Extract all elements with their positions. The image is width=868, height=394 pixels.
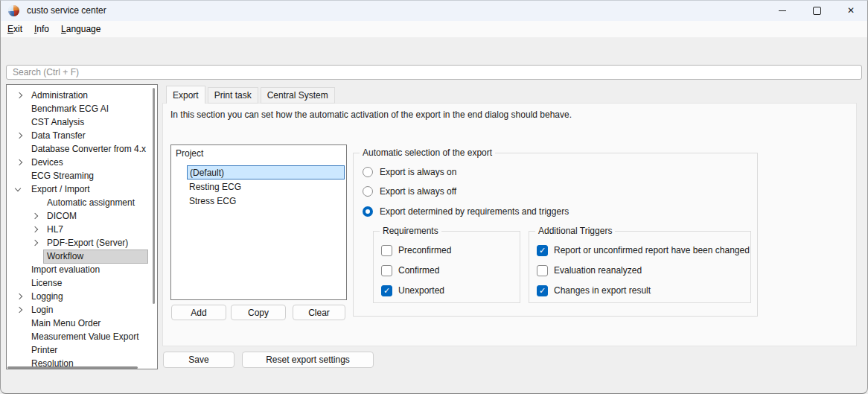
sidebar-item-label: Data Transfer	[28, 130, 89, 142]
chevron-right-icon[interactable]	[32, 226, 38, 232]
list-item-stress-ecg[interactable]: Stress ECG	[187, 194, 345, 208]
sidebar-item-dicom[interactable]: DICOM	[7, 209, 157, 223]
sidebar-item-logging[interactable]: Logging	[7, 290, 157, 303]
sidebar-item-cst-analysis[interactable]: CST Analysis	[7, 115, 157, 129]
sidebar-item-login[interactable]: Login	[7, 303, 157, 317]
checkbox-label: Unexported	[398, 285, 444, 296]
radio-label: Export determined by requirements and tr…	[380, 206, 569, 217]
checkbox-confirmed[interactable]: Confirmed	[381, 264, 439, 276]
sidebar-item-import-evaluation[interactable]: Import evaluation	[7, 263, 157, 276]
checkbox-changes-in-export-result[interactable]: ✓Changes in export result	[537, 285, 651, 296]
chevron-down-icon[interactable]	[15, 185, 21, 191]
checkbox-checked-icon[interactable]: ✓	[537, 285, 548, 296]
checkbox-checked-icon[interactable]: ✓	[381, 285, 392, 296]
additional-triggers-group: Additional Triggers ✓Report or unconfirm…	[529, 231, 751, 303]
chevron-right-icon[interactable]	[32, 240, 38, 246]
sidebar-item-label: Automatic assignment	[44, 197, 138, 209]
project-listbox: Project (Default)Resting ECGStress ECG	[170, 144, 347, 300]
export-selection-group-legend: Automatic selection of the export	[360, 147, 495, 158]
requirements-group-legend: Requirements	[380, 226, 441, 236]
sidebar-item-hl7[interactable]: HL7	[7, 223, 157, 236]
checkbox-report-or-unconfirmed-report-have-been-changed[interactable]: ✓Report or unconfirmed report have been …	[537, 244, 750, 256]
chevron-right-icon[interactable]	[16, 92, 22, 98]
sidebar-item-label: CST Analysis	[28, 116, 87, 129]
reset-export-settings-button[interactable]: Reset export settings	[242, 352, 374, 368]
menu-bar: ExitInfoLanguage	[0, 21, 868, 37]
add-button[interactable]: Add	[171, 305, 226, 320]
requirements-group: Requirements PreconfirmedConfirmed✓Unexp…	[373, 231, 520, 303]
chevron-right-icon[interactable]	[16, 307, 22, 313]
sidebar-item-ecg-streaming[interactable]: ECG Streaming	[7, 169, 157, 182]
checkbox-preconfirmed[interactable]: Preconfirmed	[381, 244, 451, 256]
chevron-right-icon[interactable]	[32, 213, 38, 219]
sidebar-item-label: Logging	[28, 290, 66, 303]
search-input[interactable]	[6, 65, 862, 80]
minimize-button[interactable]	[765, 0, 800, 21]
radio-export-determined-by-requirements-and-triggers[interactable]: Export determined by requirements and tr…	[363, 206, 569, 217]
chevron-right-icon[interactable]	[16, 293, 22, 299]
close-button[interactable]: ✕	[834, 0, 868, 21]
radio-unchecked-icon[interactable]	[363, 186, 373, 197]
radio-checked-icon[interactable]	[363, 206, 373, 217]
sidebar-item-label: Administration	[28, 89, 91, 102]
sidebar-item-license[interactable]: License	[7, 276, 157, 290]
list-item-default[interactable]: (Default)	[187, 165, 345, 179]
sidebar-item-automatic-assignment[interactable]: Automatic assignment	[7, 196, 157, 209]
checkbox-evaluation-reanalyzed[interactable]: Evaluation reanalyzed	[537, 264, 642, 276]
sidebar-item-data-transfer[interactable]: Data Transfer	[7, 129, 157, 142]
sidebar-item-label: ECG Streaming	[28, 170, 97, 182]
chevron-right-icon[interactable]	[16, 133, 22, 139]
clear-button[interactable]: Clear	[293, 305, 345, 320]
sidebar-item-printer[interactable]: Printer	[7, 343, 157, 357]
menu-item-accelerator: E	[7, 24, 13, 34]
menu-item-accelerator: L	[61, 24, 66, 34]
menu-item-label: xit	[13, 24, 22, 34]
checkbox-unchecked-icon[interactable]	[537, 265, 548, 276]
tab-print-task[interactable]: Print task	[208, 87, 258, 104]
sidebar-item-administration[interactable]: Administration	[7, 89, 157, 102]
sidebar-item-label: Database Converter from 4.x	[28, 143, 149, 156]
project-list-label: Project	[176, 148, 203, 159]
checkbox-unchecked-icon[interactable]	[381, 265, 392, 276]
checkbox-unexported[interactable]: ✓Unexported	[381, 285, 444, 296]
checkbox-label: Report or unconfirmed report have been c…	[554, 245, 750, 255]
chevron-slot	[31, 227, 44, 232]
radio-label: Export is always off	[380, 186, 456, 197]
maximize-icon	[813, 7, 821, 15]
sidebar-item-label: Import evaluation	[28, 264, 103, 276]
radio-unchecked-icon[interactable]	[363, 167, 373, 177]
copy-button[interactable]: Copy	[231, 305, 286, 320]
chevron-slot	[16, 294, 28, 299]
sidebar-item-devices[interactable]: Devices	[7, 156, 157, 169]
sidebar-item-label: DICOM	[44, 210, 80, 223]
maximize-button[interactable]	[800, 0, 834, 21]
sidebar-item-pdf-export-server[interactable]: PDF-Export (Server)	[7, 236, 157, 250]
sidebar-item-benchmark-ecg-ai[interactable]: Benchmark ECG AI	[7, 102, 157, 115]
chevron-slot	[16, 188, 28, 191]
sidebar-item-export-import[interactable]: Export / Import	[7, 182, 157, 196]
sidebar-item-label: Measurement Value Export	[28, 331, 142, 343]
list-item-resting-ecg[interactable]: Resting ECG	[187, 179, 345, 194]
checkbox-checked-icon[interactable]: ✓	[537, 245, 548, 256]
settings-tree: AdministrationBenchmark ECG AICST Analys…	[6, 84, 158, 369]
sidebar-item-database-converter-from-4-x[interactable]: Database Converter from 4.x	[7, 142, 157, 156]
menu-item-label: anguage	[66, 24, 101, 34]
tree-horizontal-scrollbar[interactable]	[7, 366, 138, 369]
checkbox-unchecked-icon[interactable]	[381, 245, 392, 256]
sidebar-item-measurement-value-export[interactable]: Measurement Value Export	[7, 330, 157, 343]
tree-vertical-scrollbar[interactable]	[153, 88, 155, 304]
sidebar-item-label: Main Menu Order	[28, 317, 103, 330]
menu-item-language[interactable]: Language	[56, 22, 106, 36]
menu-item-exit[interactable]: Exit	[2, 22, 28, 36]
app-logo-icon	[8, 5, 19, 16]
menu-item-info[interactable]: Info	[29, 22, 54, 36]
tab-central-system[interactable]: Central System	[261, 87, 335, 104]
radio-export-is-always-off[interactable]: Export is always off	[363, 185, 456, 197]
save-button[interactable]: Save	[163, 352, 234, 368]
radio-export-is-always-on[interactable]: Export is always on	[363, 166, 456, 178]
sidebar-item-main-menu-order[interactable]: Main Menu Order	[7, 317, 157, 330]
chevron-right-icon[interactable]	[16, 159, 22, 165]
tab-export[interactable]: Export	[166, 86, 205, 104]
sidebar-item-workflow[interactable]: Workflow	[7, 250, 157, 263]
checkbox-label: Changes in export result	[554, 285, 651, 296]
